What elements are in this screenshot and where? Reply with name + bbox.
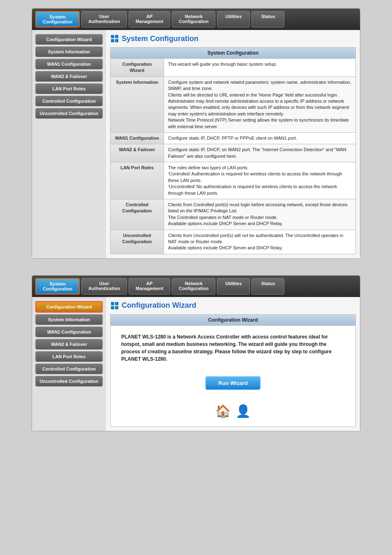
panel-2: SystemConfiguration UserAuthentication A… bbox=[32, 275, 360, 431]
run-wizard-button[interactable]: Run Wizard bbox=[205, 376, 261, 390]
grid-icon-2 bbox=[110, 301, 119, 310]
sidebar-wan1-config-2[interactable]: WAN1 Configuration bbox=[35, 327, 103, 337]
nav-user-auth-1[interactable]: UserAuthentication bbox=[81, 11, 127, 28]
row-label-uncontrolled: Uncontrolled Configuration bbox=[111, 230, 164, 254]
grid-icon-1 bbox=[110, 34, 119, 43]
svg-rect-4 bbox=[111, 302, 114, 305]
page-title-text-1: System Configuration bbox=[122, 35, 198, 43]
svg-rect-3 bbox=[115, 39, 118, 42]
row-label-controlled: Controlled Configuration bbox=[111, 199, 164, 230]
nav-bar-1: SystemConfiguration UserAuthentication A… bbox=[32, 9, 360, 30]
row-label-wan1: WAN1 Configuration bbox=[111, 132, 164, 144]
wizard-desc: PLANET WLS-1280 is a Network Access Cont… bbox=[115, 328, 351, 368]
info-table-1: System Configuration Configuration Wizar… bbox=[110, 47, 356, 254]
svg-rect-0 bbox=[111, 35, 114, 38]
sidebar-controlled-config-2[interactable]: Controlled Configuration bbox=[35, 364, 103, 374]
svg-rect-6 bbox=[111, 306, 114, 309]
wizard-content: PLANET WLS-1280 is a Network Access Cont… bbox=[111, 325, 356, 426]
sidebar-controlled-config-1[interactable]: Controlled Configuration bbox=[35, 96, 103, 106]
table-row: System Information Configure system and … bbox=[111, 76, 356, 132]
row-desc-uncontrolled: Clients from Uncontrolled port(s) will n… bbox=[164, 230, 356, 254]
sidebar-lan-port-roles-2[interactable]: LAN Port Roles bbox=[35, 351, 103, 362]
sidebar-uncontrolled-config-2[interactable]: Uncontrolled Configuration bbox=[35, 376, 103, 387]
nav-utilities-1[interactable]: Utilities bbox=[217, 11, 250, 28]
person-icon: 👤 bbox=[235, 404, 251, 418]
row-desc-system-info: Configure system and network related par… bbox=[164, 76, 356, 132]
sidebar-system-info-2[interactable]: System Information bbox=[35, 314, 103, 325]
nav-system-config-1[interactable]: SystemConfiguration bbox=[35, 11, 80, 28]
page-title-2: Configuration Wizard bbox=[110, 301, 356, 310]
row-desc-wan2: Configure static IP, DHCP, on WAN2 port.… bbox=[164, 144, 356, 162]
sidebar-wan2-failover-2[interactable]: WAN2 & Failover bbox=[35, 339, 103, 350]
svg-rect-7 bbox=[115, 306, 118, 309]
content-area-1: Configuration Wizard System Information … bbox=[32, 30, 360, 258]
sidebar-wan2-failover-1[interactable]: WAN2 & Failover bbox=[35, 71, 103, 82]
sidebar-lan-port-roles-1[interactable]: LAN Port Roles bbox=[35, 83, 103, 94]
nav-status-1[interactable]: Status bbox=[251, 11, 284, 28]
table-header-1: System Configuration bbox=[111, 48, 356, 59]
content-area-2: Configuration Wizard System Information … bbox=[32, 297, 360, 431]
nav-ap-mgmt-2[interactable]: APManagement bbox=[129, 278, 170, 295]
wizard-icons-area: 🏠 👤 bbox=[115, 398, 351, 424]
row-desc-config-wizard: This wizard will guide you through basic… bbox=[164, 59, 356, 77]
nav-utilities-2[interactable]: Utilities bbox=[217, 278, 250, 295]
sidebar-2: Configuration Wizard System Information … bbox=[32, 297, 106, 431]
info-table-2: Configuration Wizard PLANET WLS-1280 is … bbox=[110, 314, 356, 427]
table-row: WAN1 Configuration Configure static IP, … bbox=[111, 132, 356, 144]
table-row: Controlled Configuration Clients from Co… bbox=[111, 199, 356, 230]
row-desc-lan: The roles define two types of LAN ports:… bbox=[164, 162, 356, 199]
sidebar-1: Configuration Wizard System Information … bbox=[32, 30, 106, 258]
table-row-wizard: PLANET WLS-1280 is a Network Access Cont… bbox=[111, 325, 356, 426]
nav-status-2[interactable]: Status bbox=[251, 278, 284, 295]
page-title-1: System Configuration bbox=[110, 34, 356, 43]
main-content-2: Configuration Wizard Configuration Wizar… bbox=[106, 297, 360, 431]
row-desc-wan1: Configure static IP, DHCP, PPTP or PPPoE… bbox=[164, 132, 356, 144]
row-label-system-info: System Information bbox=[111, 76, 164, 132]
sidebar-config-wizard-1[interactable]: Configuration Wizard bbox=[35, 34, 103, 45]
table-row: Uncontrolled Configuration Clients from … bbox=[111, 230, 356, 254]
nav-system-config-2[interactable]: SystemConfiguration bbox=[35, 278, 80, 295]
svg-rect-5 bbox=[115, 302, 118, 305]
sidebar-config-wizard-2[interactable]: Configuration Wizard bbox=[35, 301, 103, 313]
nav-user-auth-2[interactable]: UserAuthentication bbox=[81, 278, 127, 295]
svg-rect-2 bbox=[111, 39, 114, 42]
nav-network-config-1[interactable]: NetworkConfiguration bbox=[172, 11, 215, 28]
sidebar-wan1-config-1[interactable]: WAN1 Configuration bbox=[35, 59, 103, 69]
sidebar-system-info-1[interactable]: System Information bbox=[35, 46, 103, 57]
row-desc-controlled: Clients from Controlled port(s) must log… bbox=[164, 199, 356, 230]
svg-rect-1 bbox=[115, 35, 118, 38]
table-row: LAN Port Roles The roles define two type… bbox=[111, 162, 356, 199]
table-row: WAN2 & Failover Configure static IP, DHC… bbox=[111, 144, 356, 162]
nav-bar-2: SystemConfiguration UserAuthentication A… bbox=[32, 276, 360, 297]
table-row: Configuration Wizard This wizard will gu… bbox=[111, 59, 356, 77]
house-icon: 🏠 bbox=[215, 404, 231, 418]
row-label-config-wizard: Configuration Wizard bbox=[111, 59, 164, 77]
nav-ap-mgmt-1[interactable]: APManagement bbox=[129, 11, 170, 28]
sidebar-uncontrolled-config-1[interactable]: Uncontrolled Configuration bbox=[35, 108, 103, 119]
row-label-wan2: WAN2 & Failover bbox=[111, 144, 164, 162]
row-label-lan: LAN Port Roles bbox=[111, 162, 164, 199]
table-header-2: Configuration Wizard bbox=[111, 314, 356, 325]
nav-network-config-2[interactable]: NetworkConfiguration bbox=[172, 278, 215, 295]
main-content-1: System Configuration System Configuratio… bbox=[106, 30, 360, 258]
page-title-text-2: Configuration Wizard bbox=[122, 301, 196, 310]
panel-1: SystemConfiguration UserAuthentication A… bbox=[32, 8, 360, 259]
